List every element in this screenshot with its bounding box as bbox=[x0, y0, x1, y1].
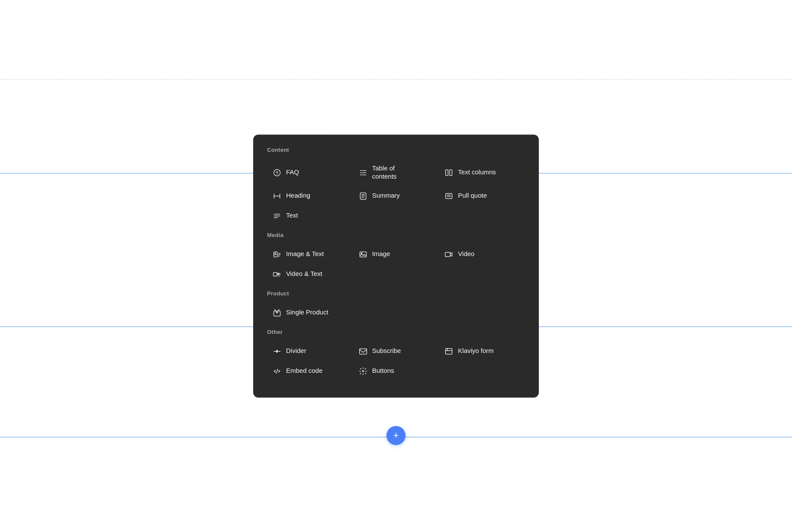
pull-quote-label: Pull quote bbox=[458, 192, 487, 200]
add-section-button[interactable]: + bbox=[386, 426, 406, 445]
pull-quote-icon bbox=[444, 191, 454, 201]
toc-menu-item[interactable]: Table ofcontents bbox=[353, 160, 439, 185]
svg-point-0 bbox=[274, 170, 280, 176]
section-label-media: Media bbox=[267, 232, 525, 238]
embed-code-menu-item[interactable]: Embed code bbox=[267, 362, 353, 380]
image-menu-item[interactable]: Image bbox=[353, 245, 439, 263]
svg-point-20 bbox=[275, 253, 276, 253]
svg-rect-7 bbox=[446, 170, 448, 175]
video-text-icon bbox=[272, 269, 282, 279]
text-columns-label: Text columns bbox=[458, 169, 496, 177]
toc-icon bbox=[358, 168, 368, 177]
content-picker-panel: Content FAQ Table ofcontents Text column… bbox=[253, 135, 539, 397]
svg-rect-27 bbox=[274, 272, 277, 276]
single-product-icon bbox=[272, 308, 282, 317]
faq-label: FAQ bbox=[286, 169, 299, 177]
svg-point-38 bbox=[362, 370, 364, 372]
heading-icon bbox=[272, 191, 282, 201]
dashed-line-1 bbox=[0, 79, 792, 80]
subscribe-menu-item[interactable]: Subscribe bbox=[353, 342, 439, 360]
image-label: Image bbox=[372, 250, 390, 258]
text-columns-icon bbox=[444, 168, 454, 177]
svg-rect-8 bbox=[450, 170, 452, 175]
svg-line-37 bbox=[276, 369, 277, 373]
image-text-label: Image & Text bbox=[286, 250, 324, 258]
product-items-grid: Single Product bbox=[267, 304, 525, 322]
buttons-menu-item[interactable]: Buttons bbox=[353, 362, 439, 380]
svg-rect-26 bbox=[445, 252, 451, 256]
content-items-grid: FAQ Table ofcontents Text columns Headin… bbox=[267, 160, 525, 225]
text-columns-menu-item[interactable]: Text columns bbox=[439, 160, 525, 185]
video-menu-item[interactable]: Video bbox=[439, 245, 525, 263]
text-icon bbox=[272, 211, 282, 221]
section-label-other: Other bbox=[267, 329, 525, 335]
video-text-menu-item[interactable]: Video & Text bbox=[267, 265, 353, 283]
single-product-label: Single Product bbox=[286, 308, 328, 317]
faq-menu-item[interactable]: FAQ bbox=[267, 160, 353, 185]
embed-code-label: Embed code bbox=[286, 367, 322, 375]
pull-quote-menu-item[interactable]: Pull quote bbox=[439, 187, 525, 205]
image-text-menu-item[interactable]: Image & Text bbox=[267, 245, 353, 263]
single-product-menu-item[interactable]: Single Product bbox=[267, 304, 353, 322]
heading-label: Heading bbox=[286, 192, 310, 200]
buttons-label: Buttons bbox=[372, 367, 394, 375]
divider-label: Divider bbox=[286, 347, 306, 355]
buttons-icon bbox=[358, 366, 368, 376]
section-label-product: Product bbox=[267, 290, 525, 297]
media-items-grid: Image & Text Image Video Video & Text bbox=[267, 245, 525, 283]
svg-rect-33 bbox=[359, 349, 367, 354]
svg-rect-24 bbox=[360, 252, 366, 257]
heading-menu-item[interactable]: Heading bbox=[267, 187, 353, 205]
svg-rect-13 bbox=[446, 193, 452, 199]
summary-label: Summary bbox=[372, 192, 400, 200]
video-text-label: Video & Text bbox=[286, 270, 322, 278]
toc-label: Table ofcontents bbox=[372, 164, 397, 181]
summary-menu-item[interactable]: Summary bbox=[353, 187, 439, 205]
text-menu-item[interactable]: Text bbox=[267, 207, 353, 225]
subscribe-icon bbox=[358, 346, 368, 356]
video-icon bbox=[444, 250, 454, 259]
image-icon bbox=[358, 250, 368, 259]
video-label: Video bbox=[458, 250, 474, 258]
summary-icon bbox=[358, 191, 368, 201]
klaviyo-menu-item[interactable]: Klaviyo form bbox=[439, 342, 525, 360]
divider-menu-item[interactable]: Divider bbox=[267, 342, 353, 360]
divider-icon bbox=[272, 346, 282, 356]
image-text-icon bbox=[272, 250, 282, 259]
svg-rect-34 bbox=[446, 348, 452, 354]
faq-icon bbox=[272, 168, 282, 177]
embed-icon bbox=[272, 366, 282, 376]
klaviyo-icon bbox=[444, 346, 454, 356]
text-label: Text bbox=[286, 212, 298, 220]
section-label-content: Content bbox=[267, 147, 525, 153]
svg-point-25 bbox=[361, 253, 362, 254]
subscribe-label: Subscribe bbox=[372, 347, 401, 355]
klaviyo-label: Klaviyo form bbox=[458, 347, 494, 355]
other-items-grid: Divider Subscribe Klaviyo form Embed cod… bbox=[267, 342, 525, 380]
